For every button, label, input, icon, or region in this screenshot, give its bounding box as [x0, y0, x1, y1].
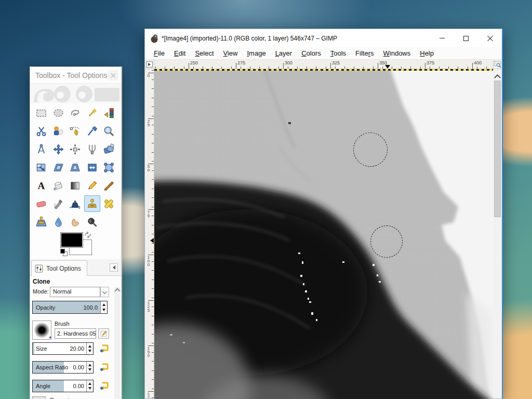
canvas-menu-button[interactable] — [146, 61, 153, 68]
ruler-major-tick — [472, 63, 473, 69]
tool-rotate[interactable] — [101, 141, 117, 157]
tool-ink[interactable] — [67, 195, 83, 212]
tool-paths[interactable] — [67, 123, 83, 139]
tool-ellipse-select[interactable] — [50, 104, 66, 121]
maximize-button[interactable] — [454, 29, 478, 47]
brush-name-field[interactable]: 2. Hardness 050 — [55, 328, 96, 339]
ruler-tick — [152, 280, 154, 280]
foreground-color-swatch[interactable] — [60, 232, 83, 248]
menu-view[interactable]: View — [219, 48, 243, 59]
tool-zoom[interactable] — [101, 123, 117, 139]
tool-unified-transform[interactable] — [101, 159, 117, 176]
tool-color-picker[interactable] — [84, 123, 100, 139]
tab-tool-options[interactable]: Tool Options — [31, 260, 87, 276]
mode-select[interactable]: Normal — [50, 287, 100, 297]
angle-reset-button[interactable] — [99, 381, 109, 391]
angle-slider[interactable]: Angle 0.00 — [32, 380, 94, 392]
ruler-tick — [165, 66, 165, 69]
close-button[interactable] — [478, 29, 502, 47]
size-slider[interactable]: Size 20.00 — [32, 342, 94, 355]
options-scrollbar[interactable] — [114, 287, 120, 399]
pointer-position-marker-v — [150, 238, 154, 243]
dock-tabbar: Tool Options — [30, 259, 121, 276]
tool-heal[interactable] — [101, 195, 117, 212]
tool-flip[interactable] — [84, 159, 100, 176]
tool-rectangle-select[interactable] — [33, 104, 49, 121]
vertical-scrollbar[interactable] — [493, 69, 502, 398]
tool-dodge-burn[interactable] — [84, 214, 100, 230]
tool-shear[interactable] — [50, 159, 66, 176]
tool-align[interactable] — [67, 141, 83, 157]
collapse-dock-button[interactable] — [110, 263, 118, 272]
menu-select[interactable]: Select — [190, 48, 218, 59]
tool-perspective-clone[interactable] — [33, 214, 49, 230]
tool-foreground-select[interactable] — [50, 123, 66, 139]
angle-spinner[interactable] — [86, 380, 93, 392]
ruler-tick — [439, 66, 440, 69]
vertical-ruler[interactable]: 0255075100125150175 — [145, 69, 154, 398]
tool-gradient[interactable] — [67, 177, 83, 194]
menu-colors[interactable]: Colors — [297, 48, 326, 59]
opacity-slider[interactable]: Opacity 100.0 — [32, 301, 108, 314]
menu-windows[interactable]: Windows — [379, 48, 416, 59]
ruler-tick — [221, 66, 222, 69]
image-canvas[interactable] — [154, 69, 493, 399]
navigation-preview-button[interactable] — [493, 60, 502, 69]
menu-tools[interactable]: Tools — [326, 48, 351, 59]
tool-paintbrush[interactable] — [101, 177, 117, 194]
swap-colors-icon[interactable] — [84, 231, 92, 238]
tool-perspective[interactable] — [67, 159, 83, 176]
toolbox-titlebar[interactable]: Toolbox - Tool Options — [30, 67, 121, 84]
ruler-label: 325 — [332, 60, 340, 65]
menu-edit[interactable]: Edit — [169, 48, 190, 59]
tool-fuzzy-select[interactable] — [84, 104, 100, 121]
tool-blur-sharpen[interactable] — [50, 214, 66, 230]
blur-sharpen-icon — [52, 216, 64, 228]
tool-bucket-fill[interactable] — [50, 177, 66, 194]
scrollbar-thumb[interactable] — [494, 81, 501, 217]
toolbox-close-button[interactable] — [108, 70, 118, 81]
menu-file[interactable]: File — [149, 48, 169, 59]
mode-dropdown-arrow[interactable] — [100, 287, 109, 297]
tool-free-select[interactable] — [67, 104, 83, 121]
tool-smudge[interactable] — [67, 214, 83, 230]
ruler-tick — [155, 66, 156, 69]
ruler-tick — [354, 66, 354, 69]
menu-image[interactable]: Image — [242, 48, 270, 59]
tool-eraser[interactable] — [33, 195, 49, 212]
active-tool-name: Clone — [33, 278, 50, 285]
menu-filters[interactable]: Filters — [351, 48, 378, 59]
edit-brush-button[interactable] — [98, 328, 109, 339]
tool-move[interactable] — [50, 141, 66, 157]
tool-text[interactable]: A — [33, 177, 49, 194]
tool-measure[interactable] — [33, 141, 49, 157]
opacity-spinner[interactable] — [100, 301, 107, 313]
tool-scale[interactable] — [33, 159, 49, 176]
horizontal-ruler[interactable]: 250275300325350375400 — [154, 60, 493, 69]
minimize-button[interactable] — [430, 29, 454, 47]
tool-warp-transform[interactable] — [84, 141, 100, 157]
tool-airbrush[interactable] — [50, 195, 66, 212]
brush-label: Brush — [55, 321, 70, 327]
aspect-ratio-spinner[interactable] — [86, 362, 93, 373]
scissors-select-icon — [35, 125, 47, 137]
ruler-tick — [152, 143, 154, 143]
menu-layer[interactable]: Layer — [271, 48, 297, 59]
scroll-up-arrow[interactable] — [493, 72, 502, 79]
tool-grid: A — [30, 103, 121, 231]
tool-pencil[interactable] — [84, 177, 100, 194]
dynamics-button[interactable] — [32, 396, 46, 399]
aspect-reset-button[interactable] — [99, 362, 109, 372]
tool-clone[interactable] — [84, 195, 100, 212]
tool-select-by-color[interactable] — [101, 104, 117, 121]
gimp-titlebar[interactable]: *[Image4] (imported)-11.0 (RGB color, 1 … — [145, 29, 502, 47]
size-spinner[interactable] — [86, 343, 93, 354]
default-colors-icon[interactable] — [60, 249, 69, 257]
ruler-tick — [152, 107, 154, 107]
size-reset-button[interactable] — [99, 343, 109, 353]
ruler-tick — [316, 66, 316, 69]
tool-scissors-select[interactable] — [33, 123, 49, 139]
menu-help[interactable]: Help — [415, 48, 438, 59]
aspect-ratio-slider[interactable]: Aspect Ratio 0.00 — [32, 361, 94, 374]
fg-bg-color-area — [30, 231, 121, 259]
